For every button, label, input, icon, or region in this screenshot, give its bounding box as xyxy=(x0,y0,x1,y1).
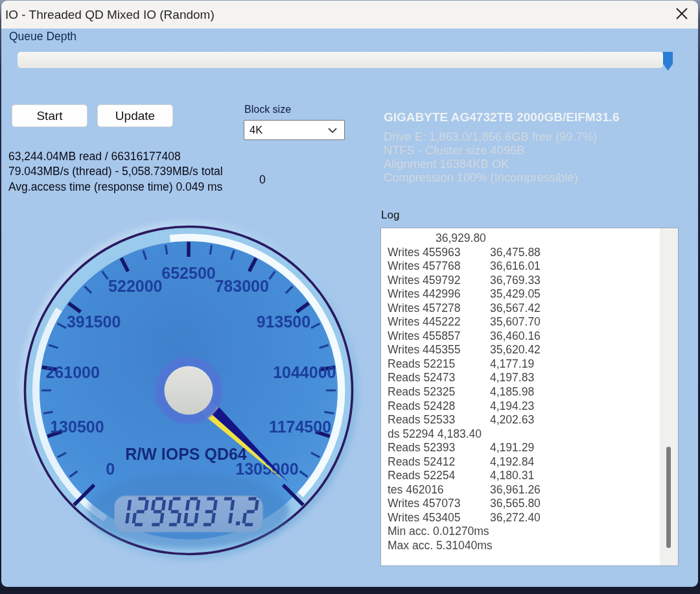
svg-text:522000: 522000 xyxy=(108,277,162,295)
svg-text:130500: 130500 xyxy=(50,418,104,436)
svg-text:0: 0 xyxy=(106,460,115,478)
svg-text:1044000: 1044000 xyxy=(273,363,336,381)
svg-text:783000: 783000 xyxy=(215,277,268,295)
svg-text:R/W IOPS QD64: R/W IOPS QD64 xyxy=(125,445,247,463)
svg-text:1174500: 1174500 xyxy=(269,418,331,436)
svg-text:391500: 391500 xyxy=(67,313,121,331)
svg-text:652500: 652500 xyxy=(161,264,215,282)
svg-text:913500: 913500 xyxy=(257,313,310,331)
svg-text:261000: 261000 xyxy=(45,363,99,381)
